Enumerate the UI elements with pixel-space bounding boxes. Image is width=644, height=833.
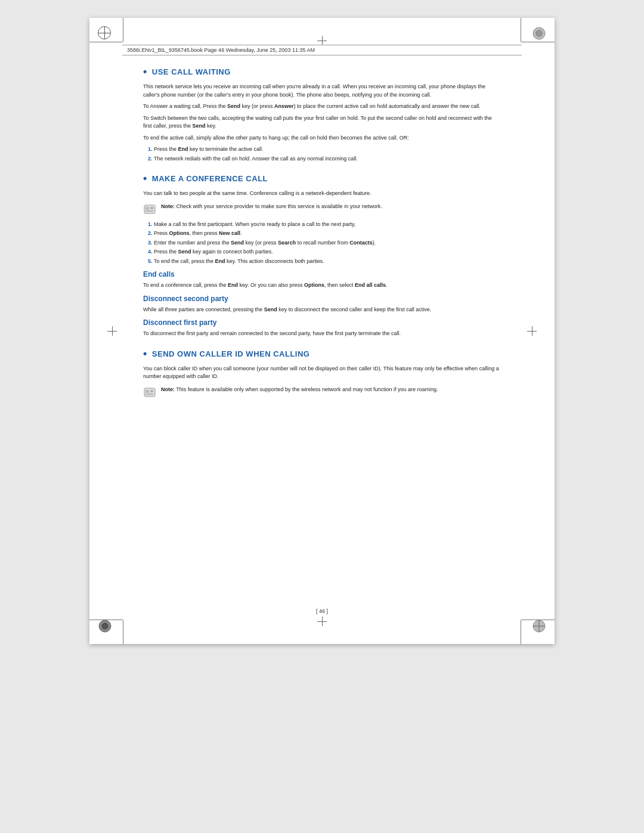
heading-disconnect-second: Disconnect second party [143, 295, 501, 303]
page: 3586i.ENv1_BIL_9356745.book Page 46 Wedn… [89, 18, 555, 644]
svg-rect-13 [145, 390, 149, 393]
note-label-2: Note: [161, 386, 175, 392]
footer: [ 46 ] [89, 608, 555, 614]
mcc-step3: Enter the number and press the Send key … [154, 239, 501, 247]
soci-para1: You can block caller ID when you call so… [143, 365, 501, 381]
reg-mark-tr [532, 26, 546, 43]
crop-mark [123, 620, 123, 644]
mcc-step5: To end the call, press the End key. This… [154, 258, 501, 266]
crop-mark [89, 42, 123, 42]
ucw-para2: To Answer a waiting call, Press the Send… [143, 103, 501, 111]
disconnect-first-para: To disconnect the first party and remain… [143, 330, 501, 338]
end-calls-para: To end a conference call, press the End … [143, 281, 501, 290]
ucw-step1: Press the End key to terminate the activ… [154, 145, 501, 154]
svg-point-1 [536, 30, 542, 36]
heading-make-conference-call: MAKE A CONFERENCE CALL [143, 172, 501, 185]
reg-mid-left [107, 326, 117, 336]
page-number: [ 46 ] [316, 608, 328, 614]
svg-point-3 [102, 623, 108, 629]
reg-mark-bl [98, 619, 112, 636]
disconnect-second-para: While all three parties are connected, p… [143, 306, 501, 314]
main-content: USE CALL WAITING This network service le… [143, 66, 501, 596]
note-text-1: Note: Check with your service provider t… [161, 203, 382, 211]
mcc-steps: Make a call to the first participant. Wh… [143, 221, 501, 266]
heading-disconnect-first: Disconnect first party [143, 318, 501, 327]
mcc-step4: Press the Send key again to connect both… [154, 248, 501, 256]
ucw-step2: The network redials with the call on hol… [154, 155, 501, 163]
note-content-1: Check with your service provider to make… [177, 203, 382, 209]
section-make-conference-call: MAKE A CONFERENCE CALL You can talk to t… [143, 172, 501, 338]
heading-send-own-caller-id: SEND OWN CALLER ID WHEN CALLING [143, 348, 501, 360]
reg-mark-br [532, 619, 546, 636]
ucw-steps: Press the End key to terminate the activ… [143, 145, 501, 163]
header-bar: 3586i.ENv1_BIL_9356745.book Page 46 Wedn… [122, 45, 522, 55]
svg-rect-8 [145, 207, 149, 210]
heading-use-call-waiting: USE CALL WAITING [143, 66, 501, 78]
note-box-1: Note: Check with your service provider t… [143, 203, 501, 216]
note-content-2: This feature is available only when supp… [176, 386, 438, 392]
heading-end-calls: End calls [143, 270, 501, 278]
ucw-para3: To Switch between the two calls, accepti… [143, 114, 501, 131]
note-label-1: Note: [161, 203, 175, 209]
crop-mark [521, 18, 521, 42]
reg-mark-tl [98, 26, 111, 39]
ucw-para1: This network service lets you receive an… [143, 83, 501, 99]
crop-mark [123, 18, 123, 42]
crop-mark [521, 620, 521, 644]
note-icon-1 [143, 203, 156, 216]
header-text: 3586i.ENv1_BIL_9356745.book Page 46 Wedn… [127, 47, 315, 53]
mcc-para1: You can talk to two people at the same t… [143, 190, 501, 198]
note-box-2: Note: This feature is available only whe… [143, 386, 501, 399]
reg-mid-top [317, 36, 327, 45]
mcc-step2: Press Options, then press New call. [154, 230, 501, 238]
ucw-para4: To end the active call, simply allow the… [143, 134, 501, 143]
note-icon-2 [143, 386, 156, 399]
reg-mid-right [527, 326, 537, 336]
mcc-step1: Make a call to the first participant. Wh… [154, 221, 501, 229]
section-send-own-caller-id: SEND OWN CALLER ID WHEN CALLING You can … [143, 348, 501, 399]
reg-mid-bottom [317, 617, 327, 626]
note-text-2: Note: This feature is available only whe… [161, 386, 438, 394]
section-use-call-waiting: USE CALL WAITING This network service le… [143, 66, 501, 163]
